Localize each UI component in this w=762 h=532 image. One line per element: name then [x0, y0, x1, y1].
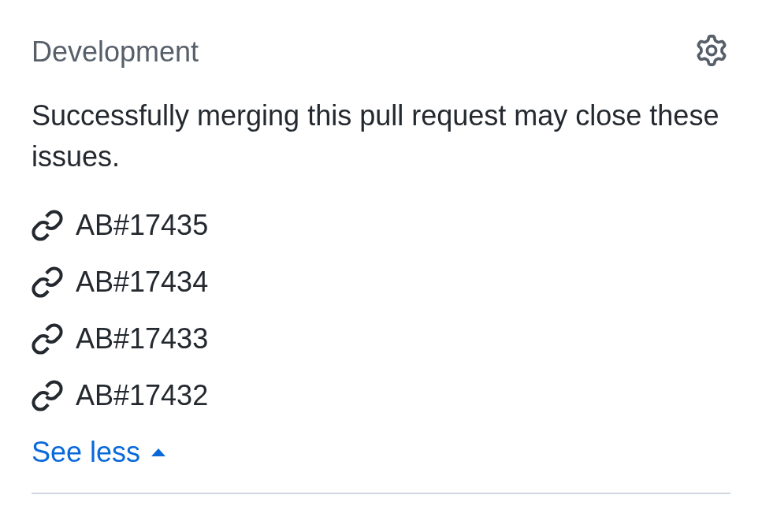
gear-icon [696, 35, 727, 69]
link-icon [32, 266, 63, 298]
section-title: Development [32, 35, 199, 69]
link-icon [32, 380, 63, 411]
section-description: Successfully merging this pull request m… [32, 95, 730, 177]
caret-up-icon [150, 447, 167, 458]
linked-issue-item[interactable]: AB#17433 [32, 322, 730, 355]
settings-button[interactable] [693, 32, 730, 72]
linked-issue-item[interactable]: AB#17435 [32, 209, 730, 242]
linked-issue-item[interactable]: AB#17432 [32, 379, 730, 412]
link-icon [32, 323, 63, 355]
linked-issues-list: AB#17435 AB#17434 AB#17433 AB#17432 [32, 209, 730, 412]
toggle-label: See less [32, 436, 140, 469]
section-divider [32, 493, 730, 494]
linked-issue-label: AB#17435 [76, 209, 208, 242]
link-icon [32, 210, 63, 241]
linked-issue-label: AB#17434 [76, 266, 208, 299]
development-section-header: Development [32, 32, 730, 72]
linked-issue-label: AB#17432 [76, 379, 208, 412]
see-less-toggle[interactable]: See less [32, 436, 730, 469]
linked-issue-item[interactable]: AB#17434 [32, 266, 730, 299]
linked-issue-label: AB#17433 [76, 322, 208, 355]
